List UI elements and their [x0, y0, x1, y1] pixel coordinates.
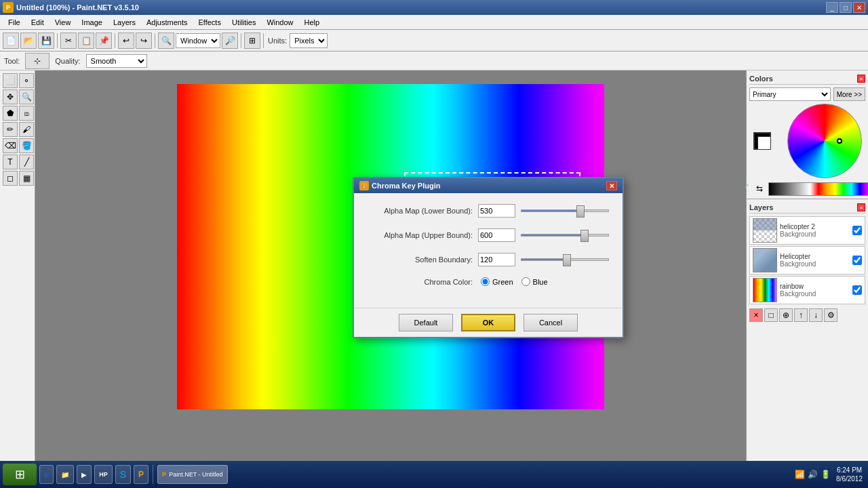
new-button[interactable]: 📄	[3, 33, 19, 49]
layer-visible-2[interactable]	[852, 256, 862, 265]
alpha-upper-input[interactable]	[478, 228, 515, 242]
color-wheel-container: 💉 ⇆	[749, 104, 865, 196]
maximize-button[interactable]: □	[840, 2, 852, 13]
select-lasso-tool[interactable]: ⚬	[19, 73, 34, 88]
zoom-in-button[interactable]: 🔎	[222, 33, 238, 49]
menu-effects[interactable]: Effects	[193, 17, 226, 28]
layer-name-1: helicopter 2 Background	[780, 223, 850, 238]
cut-button[interactable]: ✂	[60, 33, 77, 49]
eraser-tool[interactable]: ⌫	[3, 138, 18, 153]
taskbar-icon-folder[interactable]: 📁	[56, 465, 74, 484]
quality-select[interactable]: Smooth	[86, 54, 147, 68]
layers-panel: Layers × helicopter 2 Background Helicop…	[747, 199, 868, 472]
brush-tool[interactable]: 🖌	[19, 122, 34, 137]
minimize-button[interactable]: _	[826, 2, 838, 13]
zoom-out-button[interactable]: 🔍	[158, 33, 174, 49]
close-button[interactable]: ✕	[853, 2, 865, 13]
undo-button[interactable]: ↩	[118, 33, 134, 49]
network-icon: 📶	[795, 470, 805, 479]
menu-adjustments[interactable]: Adjustments	[141, 17, 193, 28]
gradient-tool[interactable]: ▦	[19, 171, 34, 186]
layer-name-3: rainbow Background	[780, 283, 850, 298]
layer-item-2[interactable]: Helicopter Background	[749, 246, 865, 274]
taskbar-icon-paintnet[interactable]: P	[134, 465, 149, 484]
layer-item-3[interactable]: rainbow Background	[749, 276, 865, 304]
menu-image[interactable]: Image	[76, 17, 108, 28]
ok-button[interactable]: OK	[461, 314, 515, 331]
menu-window[interactable]: Window	[261, 17, 298, 28]
shape-tool[interactable]: ◻	[3, 171, 18, 186]
menu-file[interactable]: File	[3, 17, 26, 28]
cancel-button[interactable]: Cancel	[524, 314, 578, 331]
text-tool[interactable]: T	[3, 155, 18, 169]
layer-controls: × □ ⊕ ↑ ↓ ⚙	[749, 308, 865, 322]
save-button[interactable]: 💾	[38, 33, 54, 49]
layer-visible-1[interactable]	[852, 226, 862, 235]
sys-tray: 📶 🔊 🔋	[795, 470, 831, 479]
color-mode-select[interactable]: Primary	[749, 87, 831, 101]
menu-edit[interactable]: Edit	[26, 17, 50, 28]
soften-input[interactable]	[478, 253, 515, 266]
taskbar-icon-skype[interactable]: S	[115, 465, 131, 484]
menu-layers[interactable]: Layers	[108, 17, 141, 28]
colors-controls: Primary More >>	[749, 87, 865, 101]
soften-row: Soften Boundary:	[368, 253, 609, 266]
delete-layer-button[interactable]: ×	[749, 308, 763, 322]
layer-visible-3[interactable]	[852, 285, 862, 295]
redo-button[interactable]: ↪	[136, 33, 152, 49]
merge-layer-button[interactable]: ⊕	[779, 308, 793, 322]
layer-name-2: Helicopter Background	[780, 253, 850, 268]
taskbar-icon-ie[interactable]: e	[39, 465, 54, 484]
layer-item-1[interactable]: helicopter 2 Background	[749, 216, 865, 245]
fill-tool[interactable]: 🪣	[19, 138, 34, 153]
alpha-upper-slider[interactable]	[521, 234, 609, 237]
window-select[interactable]: Window	[176, 33, 220, 48]
swap-colors-icon[interactable]: ⇆	[753, 182, 766, 195]
layers-panel-close[interactable]: ×	[857, 203, 865, 211]
taskbar-paintnet-label: Paint.NET - Untitled	[169, 471, 222, 478]
alpha-upper-label: Alpha Map (Upper Bound):	[368, 231, 473, 239]
dialog-title-bar: 🎨 Chroma Key Plugin ✕	[354, 178, 623, 193]
duplicate-layer-button[interactable]: □	[764, 308, 778, 322]
units-select[interactable]: Pixels	[290, 33, 328, 48]
alpha-lower-input[interactable]	[478, 204, 515, 218]
line-tool[interactable]: ╱	[19, 155, 34, 169]
title-bar: P Untitled (100%) - Paint.NET v3.5.10 _ …	[0, 0, 868, 15]
soften-slider[interactable]	[521, 258, 609, 261]
blue-radio[interactable]	[521, 277, 530, 286]
start-button[interactable]: ⊞	[3, 464, 37, 485]
taskbar-icon-hp[interactable]: HP	[94, 465, 113, 484]
paste-button[interactable]: 📌	[96, 33, 112, 49]
magic-wand-tool[interactable]: ⬟	[3, 106, 18, 121]
select-rect-tool[interactable]: ⬜	[3, 73, 18, 88]
tool-selector[interactable]: ⊹	[25, 53, 50, 69]
colors-panel-close[interactable]: ×	[857, 75, 865, 83]
move-tool[interactable]: ✥	[3, 89, 18, 104]
right-panels: Colors × Primary More >>	[746, 70, 868, 472]
toolbar-sep-5	[263, 33, 264, 48]
default-button[interactable]: Default	[399, 314, 453, 331]
move-layer-down-button[interactable]: ↓	[809, 308, 823, 322]
clone-tool[interactable]: ⎄	[19, 106, 34, 121]
more-colors-button[interactable]: More >>	[833, 87, 865, 101]
menu-help[interactable]: Help	[299, 17, 326, 28]
menu-view[interactable]: View	[50, 17, 77, 28]
grid-button[interactable]: ⊞	[244, 33, 260, 49]
taskbar-paintnet-item[interactable]: P Paint.NET - Untitled	[157, 465, 227, 484]
open-button[interactable]: 📂	[20, 33, 37, 49]
move-layer-up-button[interactable]: ↑	[794, 308, 808, 322]
menu-utilities[interactable]: Utilities	[226, 17, 261, 28]
color-palette[interactable]	[768, 182, 869, 196]
secondary-color-swatch[interactable]	[757, 136, 771, 150]
alpha-lower-slider[interactable]	[521, 209, 609, 212]
colors-panel-header: Colors ×	[749, 73, 865, 85]
taskbar-icon-media[interactable]: ▶	[77, 465, 92, 484]
pencil-tool[interactable]: ✏	[3, 122, 18, 137]
green-label: Green	[492, 278, 513, 286]
layer-properties-button[interactable]: ⚙	[824, 308, 837, 322]
dialog-close-button[interactable]: ✕	[606, 181, 617, 190]
zoom-tool[interactable]: 🔍	[19, 89, 34, 104]
color-wheel[interactable]	[787, 104, 862, 178]
green-radio[interactable]	[481, 277, 490, 286]
copy-button[interactable]: 📋	[78, 33, 94, 49]
